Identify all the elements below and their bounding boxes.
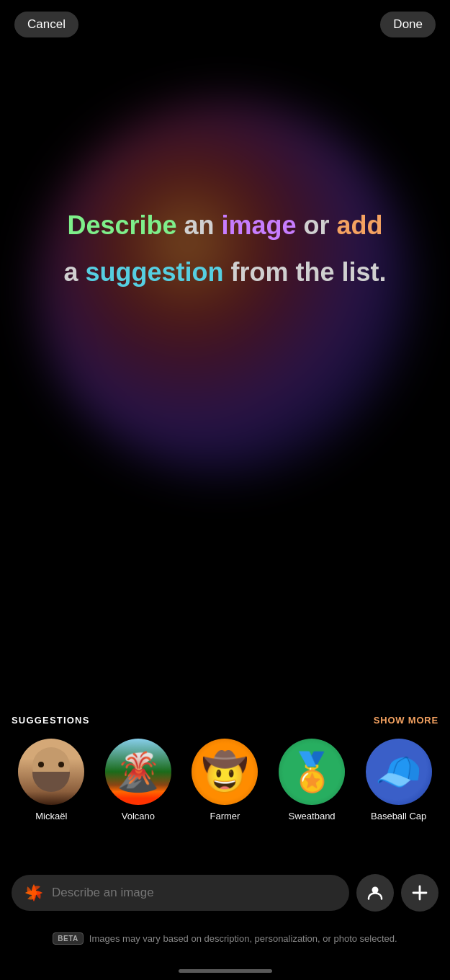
bottom-bar xyxy=(0,874,450,912)
word-from: from the list. xyxy=(231,257,387,287)
avatar: 🌋 xyxy=(105,739,171,805)
list-item[interactable]: 🌋 Volcano xyxy=(99,739,179,821)
farmer-icon: 🤠 xyxy=(202,753,248,790)
person-icon xyxy=(367,885,383,901)
word-an: an xyxy=(184,210,222,240)
face-eyes xyxy=(38,762,64,767)
home-indicator xyxy=(179,969,272,973)
suggestion-label: Volcano xyxy=(122,811,155,821)
word-or: or xyxy=(304,210,337,240)
svg-point-2 xyxy=(372,887,379,894)
input-wrapper xyxy=(12,875,349,911)
suggestion-label: Mickaël xyxy=(35,811,67,821)
done-button[interactable]: Done xyxy=(380,12,436,37)
show-more-button[interactable]: SHOW MORE xyxy=(374,715,438,726)
beta-badge: BETA xyxy=(53,932,83,945)
face-eye-right xyxy=(58,762,64,767)
glow-background xyxy=(0,43,450,533)
list-item[interactable]: 🤠 Farmer xyxy=(185,739,265,821)
suggestion-label: Sweatband xyxy=(289,811,336,821)
suggestion-label: Baseball Cap xyxy=(371,811,426,821)
beta-bar: BETA Images may vary based on descriptio… xyxy=(0,932,450,945)
plus-icon xyxy=(412,885,428,901)
avatar: 🧢 xyxy=(366,739,432,805)
avatar xyxy=(18,739,84,805)
add-button[interactable] xyxy=(401,874,438,912)
suggestions-header: SUGGESTIONS SHOW MORE xyxy=(12,715,438,726)
person-button[interactable] xyxy=(356,874,394,912)
list-item[interactable]: 🏅 Sweatband xyxy=(272,739,352,821)
word-add: add xyxy=(337,210,383,240)
word-a: a xyxy=(63,257,85,287)
glow-orb xyxy=(38,101,413,476)
list-item[interactable]: Mickaël xyxy=(12,739,91,821)
prompt-text: Describe an image or add a suggestion fr… xyxy=(0,209,450,288)
suggestions-label: SUGGESTIONS xyxy=(12,715,90,726)
svg-point-1 xyxy=(31,890,37,896)
describe-image-input[interactable] xyxy=(52,886,338,900)
suggestions-list: Mickaël 🌋 Volcano 🤠 Farmer 🏅 Sweatband xyxy=(12,739,438,821)
cancel-button[interactable]: Cancel xyxy=(14,12,78,37)
word-describe: Describe xyxy=(67,210,184,240)
suggestions-section: SUGGESTIONS SHOW MORE Mickaël 🌋 Volcano xyxy=(0,715,450,821)
list-item[interactable]: 🧢 Baseball Cap xyxy=(359,739,438,821)
face-eye-left xyxy=(38,762,44,767)
baseball-cap-icon: 🧢 xyxy=(375,753,422,790)
suggestion-label: Farmer xyxy=(210,811,240,821)
sweatband-icon: 🏅 xyxy=(289,753,336,790)
avatar: 🤠 xyxy=(192,739,258,805)
face-beard xyxy=(32,772,70,792)
word-suggestion: suggestion xyxy=(85,257,230,287)
word-image: image xyxy=(222,210,304,240)
header: Cancel Done xyxy=(0,0,450,49)
beta-disclaimer-text: Images may vary based on description, pe… xyxy=(89,932,397,945)
ai-logo-icon xyxy=(23,882,45,904)
volcano-icon: 🌋 xyxy=(114,753,161,790)
avatar: 🏅 xyxy=(279,739,345,805)
